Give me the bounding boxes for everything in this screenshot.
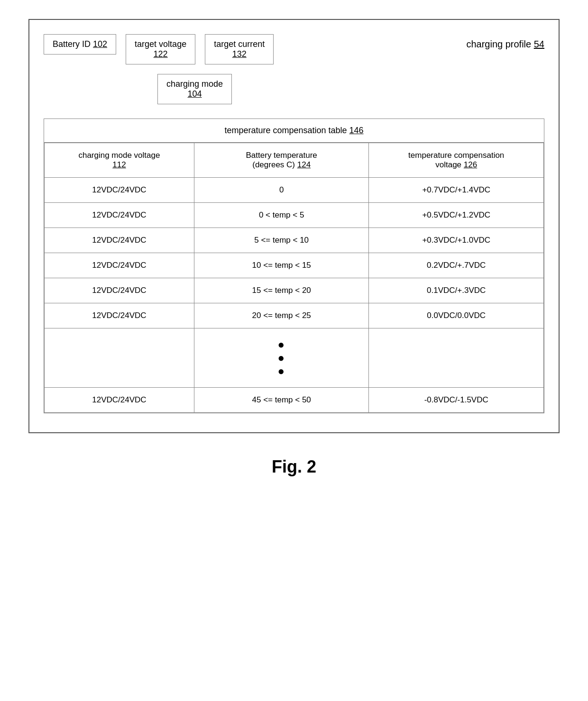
row-temp: 0 < temp < 5 [194, 203, 369, 228]
target-current-number: 132 [232, 49, 247, 59]
row-compensation: 0.2VDC/+.7VDC [369, 253, 544, 278]
row-compensation: 0.0VDC/0.0VDC [369, 303, 544, 328]
charging-profile-text: charging profile [466, 39, 533, 49]
header-col1-line1: charging mode voltage [78, 151, 160, 160]
row-temp: 5 <= temp < 10 [194, 228, 369, 253]
charging-mode-label: charging mode [166, 79, 223, 89]
temperature-table-container: temperature compensation table 146 charg… [44, 118, 544, 413]
row-voltage: 12VDC/24VDC [45, 203, 194, 228]
dots-cell-2: ●●● [194, 328, 369, 388]
row-compensation: +0.3VDC/+1.0VDC [369, 228, 544, 253]
row-temp: 20 <= temp < 25 [194, 303, 369, 328]
header-col2-number: 124 [297, 160, 311, 169]
row-compensation: +0.7VDC/+1.4VDC [369, 178, 544, 203]
charging-profile-label: charging profile 54 [466, 34, 544, 50]
dots-cell-3 [369, 328, 544, 388]
header-col3-number: 126 [464, 160, 477, 169]
target-voltage-label: target voltage [135, 39, 186, 49]
battery-id-box: Battery ID 102 [44, 34, 116, 55]
figure-caption-text: Fig. 2 [272, 457, 316, 476]
last-row-temp: 45 <= temp < 50 [194, 388, 369, 413]
header-col2-line2: (degrees C) [252, 160, 297, 169]
target-voltage-box: target voltage 122 [126, 34, 195, 64]
header-col3-line2: voltage [435, 160, 464, 169]
row-compensation: +0.5VDC/+1.2VDC [369, 203, 544, 228]
table-title-number: 146 [349, 126, 364, 135]
target-current-box: target current 132 [205, 34, 274, 64]
table-row: 12VDC/24VDC 0 +0.7VDC/+1.4VDC [45, 178, 544, 203]
top-row: Battery ID 102 target voltage 122 target… [44, 34, 544, 64]
charging-mode-number: 104 [188, 89, 202, 99]
table-row: 12VDC/24VDC 0 < temp < 5 +0.5VDC/+1.2VDC [45, 203, 544, 228]
header-col1: charging mode voltage 112 [45, 143, 194, 178]
dots-row: ●●● [45, 328, 544, 388]
table-title-text: temperature compensation table [224, 126, 349, 135]
row-voltage: 12VDC/24VDC [45, 253, 194, 278]
table-row: 12VDC/24VDC 20 <= temp < 25 0.0VDC/0.0VD… [45, 303, 544, 328]
dots-cell-1 [45, 328, 194, 388]
row-compensation: 0.1VDC/+.3VDC [369, 278, 544, 303]
last-table-row: 12VDC/24VDC 45 <= temp < 50 -0.8VDC/-1.5… [45, 388, 544, 413]
row-temp: 10 <= temp < 15 [194, 253, 369, 278]
table-header-row: charging mode voltage 112 Battery temper… [45, 143, 544, 178]
header-col2: Battery temperature (degrees C) 124 [194, 143, 369, 178]
data-table: charging mode voltage 112 Battery temper… [44, 143, 544, 413]
row-voltage: 12VDC/24VDC [45, 278, 194, 303]
row-voltage: 12VDC/24VDC [45, 228, 194, 253]
header-col2-line1: Battery temperature [246, 151, 317, 160]
battery-id-number: 102 [93, 39, 107, 49]
charging-profile-number: 54 [534, 39, 544, 49]
header-col3-line1: temperature compensation [408, 151, 504, 160]
target-current-label: target current [214, 39, 265, 49]
table-row: 12VDC/24VDC 10 <= temp < 15 0.2VDC/+.7VD… [45, 253, 544, 278]
battery-id-label: Battery ID [53, 39, 93, 49]
table-title: temperature compensation table 146 [44, 119, 544, 143]
table-row: 12VDC/24VDC 15 <= temp < 20 0.1VDC/+.3VD… [45, 278, 544, 303]
last-row-voltage: 12VDC/24VDC [45, 388, 194, 413]
figure-caption: Fig. 2 [28, 457, 560, 477]
row-voltage: 12VDC/24VDC [45, 178, 194, 203]
header-col3: temperature compensation voltage 126 [369, 143, 544, 178]
header-col1-number: 112 [112, 160, 126, 169]
row-temp: 0 [194, 178, 369, 203]
table-row: 12VDC/24VDC 5 <= temp < 10 +0.3VDC/+1.0V… [45, 228, 544, 253]
last-row-compensation: -0.8VDC/-1.5VDC [369, 388, 544, 413]
charging-mode-box: charging mode 104 [157, 74, 232, 104]
target-voltage-number: 122 [154, 49, 168, 59]
row-voltage: 12VDC/24VDC [45, 303, 194, 328]
row-temp: 15 <= temp < 20 [194, 278, 369, 303]
second-row: charging mode 104 [44, 74, 544, 104]
diagram-frame: Battery ID 102 target voltage 122 target… [28, 19, 560, 433]
